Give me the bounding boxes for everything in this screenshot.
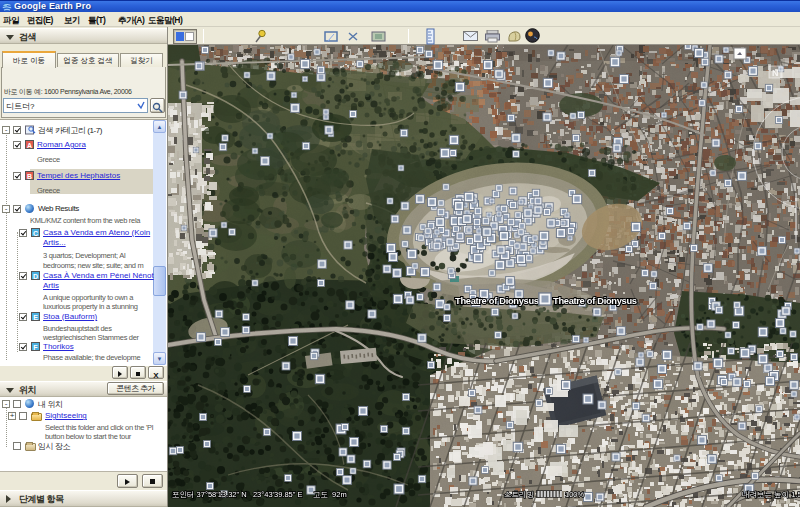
svg-text:100%: 100%: [565, 490, 585, 499]
svg-text:내려보는 높이 1.57 km: 내려보는 높이 1.57 km: [742, 490, 800, 499]
svg-text:Theatre of Dionysus: Theatre of Dionysus: [455, 296, 539, 306]
svg-text:N: N: [772, 68, 779, 78]
svg-text:Theatre of Dionysus: Theatre of Dionysus: [553, 296, 637, 306]
svg-text:포인터 37°58'13.32" N 23°43'39.: 포인터 37°58'13.32" N 23°43'39.85" E 고도 92m: [172, 490, 347, 499]
svg-text:스트리밍: 스트리밍: [504, 490, 534, 499]
